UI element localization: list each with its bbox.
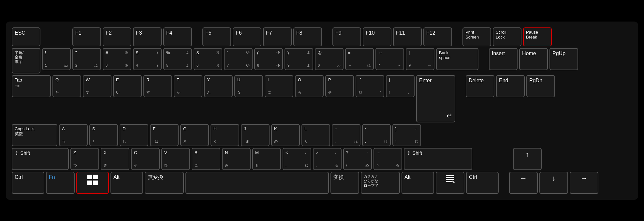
- key-ctrl-right[interactable]: Ctrl: [466, 172, 499, 194]
- key-p[interactable]: P せ: [325, 75, 354, 97]
- key-d[interactable]: D し: [120, 124, 148, 146]
- key-arrow-left[interactable]: ←: [509, 172, 538, 194]
- key-f10[interactable]: F10: [363, 27, 391, 46]
- key-delete[interactable]: Delete: [466, 75, 494, 97]
- svg-rect-4: [446, 175, 454, 176]
- key-c[interactable]: C そ: [131, 148, 160, 170]
- key-scrolllock[interactable]: ScrollLock: [493, 27, 521, 46]
- key-4[interactable]: $ う 4 う: [133, 48, 162, 70]
- key-katakana[interactable]: カタカナひらがなローマ字: [361, 172, 400, 194]
- key-u[interactable]: U な: [234, 75, 263, 97]
- key-2[interactable]: " 2 ふ: [72, 48, 101, 70]
- key-yen[interactable]: | ¥ ー: [406, 48, 434, 70]
- svg-rect-6: [446, 179, 454, 180]
- key-a[interactable]: A ち: [59, 124, 88, 146]
- key-backspace[interactable]: Backspace: [436, 48, 478, 70]
- key-q[interactable]: Q た: [52, 75, 81, 97]
- key-h[interactable]: H く: [211, 124, 239, 146]
- key-semicolon[interactable]: + ; れ: [332, 124, 360, 146]
- key-arrow-right[interactable]: →: [570, 172, 598, 194]
- key-n[interactable]: N み: [222, 148, 251, 170]
- key-k[interactable]: K の: [271, 124, 300, 146]
- key-s[interactable]: S と: [89, 124, 118, 146]
- key-f11[interactable]: F11: [393, 27, 422, 46]
- key-f2[interactable]: F2: [103, 27, 131, 46]
- key-m[interactable]: M も: [252, 148, 281, 170]
- key-henkan[interactable]: 変換: [330, 172, 359, 194]
- key-9[interactable]: ) よ 9 よ: [285, 48, 313, 70]
- key-enter[interactable]: Enter ↵: [416, 75, 455, 122]
- key-f8[interactable]: F8: [293, 27, 322, 46]
- key-pause[interactable]: PauseBreak: [523, 27, 552, 46]
- key-win[interactable]: [76, 172, 109, 194]
- key-b[interactable]: B こ: [192, 148, 220, 170]
- key-f4[interactable]: F4: [163, 27, 192, 46]
- key-l[interactable]: L り: [301, 124, 330, 146]
- key-comma[interactable]: < 、 , ね: [283, 148, 311, 170]
- svg-rect-3: [93, 181, 98, 185]
- key-at[interactable]: ｀ @ ゛: [356, 75, 384, 97]
- key-shift-right[interactable]: ⇧ Shift: [404, 148, 472, 170]
- key-fn[interactable]: Fn: [46, 172, 75, 194]
- key-slash[interactable]: ? ・ / め: [343, 148, 372, 170]
- key-bracket-left[interactable]: { 「 [ 。: [386, 75, 415, 97]
- key-end[interactable]: End: [496, 75, 525, 97]
- fn-row: ESC F1 F2 F3 F4 F5 F6 F7 F8 F9: [12, 27, 632, 46]
- key-capslock[interactable]: Caps Lock英数: [12, 124, 57, 146]
- key-shift-left[interactable]: ⇧ Shift: [12, 148, 69, 170]
- key-v[interactable]: V ひ: [161, 148, 190, 170]
- number-row: 半角/全角漢字 ! 1 ぬ " 2 ふ #: [12, 48, 632, 73]
- key-1[interactable]: ! 1 ぬ: [42, 48, 71, 70]
- key-i[interactable]: I に: [265, 75, 293, 97]
- key-x[interactable]: X さ: [101, 148, 129, 170]
- key-alt-left[interactable]: Alt: [110, 172, 143, 194]
- shift-row: ⇧ Shift Z つ X さ C そ V ひ B こ N み: [12, 148, 632, 170]
- key-muhenkan[interactable]: 無変換: [145, 172, 184, 194]
- key-f12[interactable]: F12: [423, 27, 452, 46]
- key-printscreen[interactable]: PrintScreen: [462, 27, 491, 46]
- key-g[interactable]: G き: [180, 124, 209, 146]
- svg-rect-7: [446, 181, 452, 182]
- key-pgup[interactable]: PgUp: [549, 48, 578, 70]
- svg-rect-1: [93, 175, 98, 179]
- key-ctrl-left[interactable]: Ctrl: [12, 172, 44, 194]
- key-8[interactable]: ( ゆ 8 ゆ: [254, 48, 283, 70]
- key-5[interactable]: % え 5 え: [163, 48, 192, 70]
- key-backslash[interactable]: － ＼ ろ: [373, 148, 402, 170]
- key-o[interactable]: O ら: [295, 75, 324, 97]
- key-f5[interactable]: F5: [202, 27, 231, 46]
- key-r[interactable]: R す: [143, 75, 172, 97]
- key-caret[interactable]: ～ ^ へ: [375, 48, 404, 70]
- key-w[interactable]: W て: [83, 75, 111, 97]
- key-hankaku[interactable]: 半角/全角漢字: [12, 48, 40, 73]
- key-f1[interactable]: F1: [72, 27, 101, 46]
- key-j[interactable]: J _ま: [241, 124, 270, 146]
- key-tab[interactable]: Tab⇥: [12, 75, 51, 97]
- key-e[interactable]: E い: [113, 75, 142, 97]
- key-y[interactable]: Y ん: [204, 75, 233, 97]
- key-3[interactable]: # あ 3 あ: [103, 48, 131, 70]
- key-arrow-up[interactable]: ↑: [513, 148, 542, 170]
- key-z[interactable]: Z つ: [70, 148, 99, 170]
- key-minus[interactable]: = － ほ: [345, 48, 374, 70]
- key-home[interactable]: Home: [519, 48, 548, 70]
- key-alt-right[interactable]: Alt: [402, 172, 434, 194]
- key-f9[interactable]: F9: [332, 27, 361, 46]
- key-space[interactable]: [185, 172, 329, 194]
- key-arrow-down[interactable]: ↓: [539, 172, 568, 194]
- key-esc[interactable]: ESC: [12, 27, 40, 46]
- key-insert[interactable]: Insert: [489, 48, 518, 70]
- key-0[interactable]: を 0 わ: [315, 48, 344, 70]
- key-pgdn[interactable]: PgDn: [526, 75, 555, 97]
- key-bracket-right[interactable]: } 」 ] む: [392, 124, 421, 146]
- key-colon[interactable]: * : け: [362, 124, 391, 146]
- key-f[interactable]: F _は: [150, 124, 179, 146]
- key-6[interactable]: & お 6 お: [194, 48, 222, 70]
- key-7[interactable]: ' や 7 や: [224, 48, 253, 70]
- key-app[interactable]: [436, 172, 464, 194]
- key-f6[interactable]: F6: [233, 27, 261, 46]
- key-f7[interactable]: F7: [263, 27, 292, 46]
- key-t[interactable]: T か: [174, 75, 202, 97]
- key-period[interactable]: > 。 . る: [313, 148, 342, 170]
- key-f3[interactable]: F3: [133, 27, 162, 46]
